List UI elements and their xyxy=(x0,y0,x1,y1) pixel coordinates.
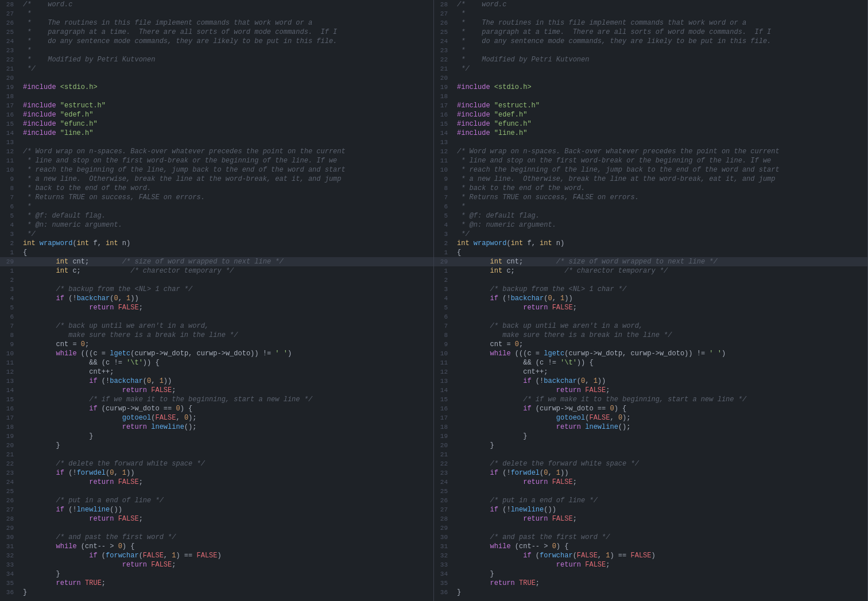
code-line: 34 } xyxy=(434,569,867,579)
code-line: 4 if (!backchar(0, 1)) xyxy=(0,294,433,303)
code-line: 13 if (!backchar(0, 1)) xyxy=(0,377,433,386)
code-line: 14 return FALSE; xyxy=(434,386,867,395)
code-line: 19 #include <stdio.h> xyxy=(434,83,867,92)
code-line: 9 * a new line. Otherwise, break the lin… xyxy=(0,175,433,184)
code-line: 34 } xyxy=(0,569,433,579)
code-line: 17 #include "estruct.h" xyxy=(0,101,433,110)
code-line: 10 while (((c = lgetc(curwp->w_dotp, cur… xyxy=(0,349,433,358)
left-pane: 28 /* word.c 27 * 26 * The routines in t… xyxy=(0,0,434,601)
code-line: 11 && (c != '\t')) { xyxy=(0,358,433,367)
code-line: 26 * The routines in this file implement… xyxy=(434,18,867,28)
code-line: 11 && (c != '\t')) { xyxy=(434,358,867,367)
code-line: 21 */ xyxy=(434,64,867,73)
code-line: 26 /* put in a end of line */ xyxy=(0,496,433,505)
code-line: 5 return FALSE; xyxy=(434,303,867,312)
code-line: 2 xyxy=(434,276,867,285)
code-line: 8 * back to the end of the word. xyxy=(434,184,867,193)
code-line: 3 */ xyxy=(0,230,433,239)
code-line: 17 #include "estruct.h" xyxy=(434,101,867,110)
code-line: 8 make sure there is a break in the line… xyxy=(434,331,867,340)
code-line: 13 xyxy=(0,138,433,147)
code-line: 25 * paragraph at a time. There are all … xyxy=(0,28,433,37)
code-line: 16 #include "edef.h" xyxy=(434,110,867,119)
code-line: 28 return FALSE; xyxy=(0,514,433,524)
code-line: 6 xyxy=(0,312,433,321)
code-line: 23 * xyxy=(0,46,433,55)
code-line: 15 /* if we make it to the beginning, st… xyxy=(434,395,867,404)
code-line: 29 xyxy=(0,524,433,533)
code-line: 25 * paragraph at a time. There are all … xyxy=(434,28,867,37)
code-line: 35 return TRUE; xyxy=(434,579,867,588)
code-line: 19 } xyxy=(0,432,433,441)
code-line: 20 } xyxy=(434,441,867,450)
code-line: 28 /* word.c xyxy=(434,0,867,9)
code-line: 21 */ xyxy=(0,64,433,73)
code-line: 10 * reach the beginning of the line, ju… xyxy=(0,165,433,175)
code-line: 24 * do any sentence mode commands, they… xyxy=(434,37,867,46)
code-line: 7 * Returns TRUE on success, FALSE on er… xyxy=(434,193,867,202)
code-line: 9 cnt = 0; xyxy=(0,340,433,349)
code-line: 16 if (curwp->w_doto == 0) { xyxy=(0,404,433,413)
code-line: 3 /* backup from the <NL> 1 char */ xyxy=(434,285,867,294)
code-line: 4 * @n: numeric argument. xyxy=(434,220,867,230)
code-line: 11 * line and stop on the first word-bre… xyxy=(0,156,433,165)
code-line: 29 xyxy=(434,524,867,533)
code-line: 18 return lnewline(); xyxy=(434,422,867,432)
code-line: 5 return FALSE; xyxy=(0,303,433,312)
code-line: 26 * The routines in this file implement… xyxy=(0,18,433,28)
code-line: 1 int c; /* charector temporary */ xyxy=(0,266,433,276)
right-pane: 28 /* word.c 27 * 26 * The routines in t… xyxy=(434,0,868,601)
code-line: 4 if (!backchar(0, 1)) xyxy=(434,294,867,303)
code-line: 1 { xyxy=(434,248,867,257)
code-line: 24 return FALSE; xyxy=(0,478,433,487)
code-line: 7 * Returns TRUE on success, FALSE on er… xyxy=(0,193,433,202)
code-line: 35 return TRUE; xyxy=(0,579,433,588)
code-line: 20 xyxy=(434,73,867,83)
code-line: 22 * Modified by Petri Kutvonen xyxy=(434,55,867,64)
code-line: 26 /* put in a end of line */ xyxy=(434,496,867,505)
code-line: 18 xyxy=(0,92,433,101)
code-line: 18 xyxy=(434,92,867,101)
code-line: 17 gotoeol(FALSE, 0); xyxy=(0,413,433,422)
left-code: 28 /* word.c 27 * 26 * The routines in t… xyxy=(0,0,433,601)
code-line: 2 int wrapword(int f, int n) xyxy=(434,239,867,248)
code-line: 10 while (((c = lgetc(curwp->w_dotp, cur… xyxy=(434,349,867,358)
code-line: 14 #include "line.h" xyxy=(0,129,433,138)
code-line: 27 if (!lnewline()) xyxy=(434,505,867,514)
code-line: 23 * xyxy=(434,46,867,55)
code-line: 1 { xyxy=(0,248,433,257)
code-line: 6 * xyxy=(0,202,433,211)
code-line: 15 /* if we make it to the beginning, st… xyxy=(0,395,433,404)
code-line: 33 return FALSE; xyxy=(0,560,433,569)
code-line: 12 cnt++; xyxy=(0,367,433,377)
code-line: 30 /* and past the first word */ xyxy=(434,533,867,542)
code-line: 7 /* back up until we aren't in a word, xyxy=(434,321,867,331)
code-line: 31 while (cnt-- > 0) { xyxy=(434,542,867,551)
code-line: 1 int c; /* charector temporary */ xyxy=(434,266,867,276)
code-line: 16 if (curwp->w_doto == 0) { xyxy=(434,404,867,413)
code-line: 21 xyxy=(434,450,867,459)
code-line: 14 #include "line.h" xyxy=(434,129,867,138)
code-line: 12 /* Word wrap on n-spaces. Back-over w… xyxy=(0,147,433,156)
code-line: 10 * reach the beginning of the line, ju… xyxy=(434,165,867,175)
right-code: 28 /* word.c 27 * 26 * The routines in t… xyxy=(434,0,867,601)
code-line: 30 /* and past the first word */ xyxy=(0,533,433,542)
code-line: 5 * @f: default flag. xyxy=(0,211,433,220)
code-line: 17 gotoeol(FALSE, 0); xyxy=(434,413,867,422)
code-line: 24 * do any sentence mode commands, they… xyxy=(0,37,433,46)
code-line: 25 xyxy=(434,487,867,496)
code-line-highlighted: 29 int cnt; /* size of word wrapped to n… xyxy=(0,257,433,266)
code-line: 27 * xyxy=(434,9,867,18)
code-line: 13 xyxy=(434,138,867,147)
code-line: 27 if (!lnewline()) xyxy=(0,505,433,514)
code-line: 23 if (!forwdel(0, 1)) xyxy=(434,468,867,478)
code-line: 21 xyxy=(0,450,433,459)
code-line: 3 */ xyxy=(434,230,867,239)
code-line: 2 xyxy=(0,276,433,285)
code-line: 15 #include "efunc.h" xyxy=(434,119,867,129)
code-line: 32 if (forwchar(FALSE, 1) == FALSE) xyxy=(434,551,867,560)
code-line: 18 return lnewline(); xyxy=(0,422,433,432)
code-line: 36 } xyxy=(434,588,867,597)
code-line: 22 * Modified by Petri Kutvonen xyxy=(0,55,433,64)
code-line: 2 int wrapword(int f, int n) xyxy=(0,239,433,248)
